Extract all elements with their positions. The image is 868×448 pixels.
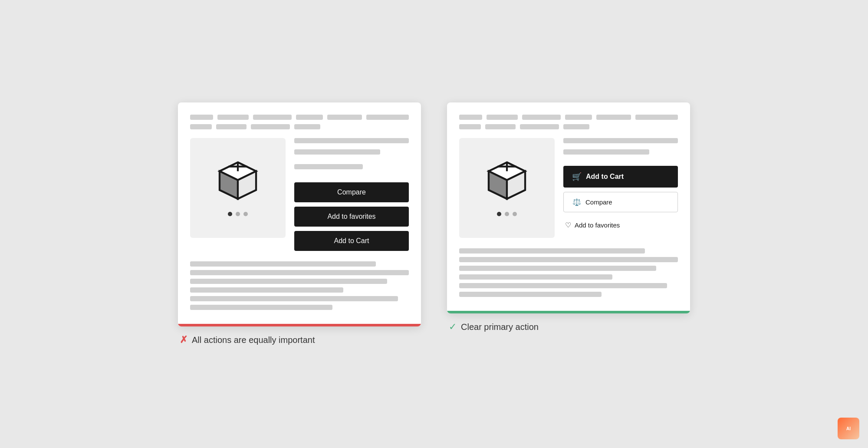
product-box-icon-2 [481,155,533,207]
cart-icon: 🛒 [572,172,582,181]
add-to-cart-button[interactable]: Add to Cart [294,231,409,251]
nav-skeleton [522,115,561,120]
main-container: Compare Add to favorites Add to Cart [152,76,716,372]
body-skeleton [459,257,678,262]
bad-panel-bar [178,324,421,326]
nav-skeleton [216,124,247,129]
bad-caption: ✗ All actions are equally important [178,334,421,346]
bad-nav-area [190,115,409,129]
good-dot-1 [497,212,501,216]
nav-skeleton [485,124,516,129]
nav-skeleton [563,124,589,129]
compare-button[interactable]: Compare [294,182,409,202]
nav-skeleton [487,115,517,120]
bad-carousel-dots [228,212,248,216]
body-skeleton [190,279,387,284]
detail-skeleton [563,149,649,155]
nav-skeleton [327,115,362,120]
body-skeleton [190,305,332,310]
primary-add-to-cart-button[interactable]: 🛒 Add to Cart [563,166,678,188]
product-box-icon [212,155,264,207]
good-bottom-lines [459,248,678,297]
bad-bottom-lines [190,261,409,310]
dot-2 [236,212,240,216]
detail-skeleton [294,138,409,143]
good-dot-2 [505,212,509,216]
good-caption-text: Clear primary action [461,322,539,332]
nav-skeleton [459,124,481,129]
good-product-image [459,138,555,238]
watermark: AI [838,418,859,439]
bad-caption-text: All actions are equally important [192,335,315,345]
bad-product-image [190,138,286,238]
detail-skeleton [563,138,678,143]
nav-skeleton [190,124,212,129]
body-skeleton [190,270,409,275]
body-skeleton [190,296,398,301]
nav-skeleton [596,115,631,120]
good-panel-bar [447,311,690,313]
good-panel-wrapper: 🛒 Add to Cart ⚖️ Compare ♡ Add to favori… [447,102,690,333]
bad-product-details: Compare Add to favorites Add to Cart [294,138,409,251]
bad-buttons-group: Compare Add to favorites Add to Cart [294,182,409,251]
nav-skeleton [366,115,409,120]
add-to-favorites-button[interactable]: Add to favorites [294,207,409,227]
nav-skeleton [217,115,248,120]
text-button-label: Add to favorites [575,221,620,229]
nav-skeleton [190,115,213,120]
good-product-details: 🛒 Add to Cart ⚖️ Compare ♡ Add to favori… [563,138,678,238]
body-skeleton [190,287,343,293]
nav-skeleton [459,115,482,120]
good-dot-3 [513,212,517,216]
bad-panel-wrapper: Compare Add to favorites Add to Cart [178,102,421,346]
good-product-area: 🛒 Add to Cart ⚖️ Compare ♡ Add to favori… [459,138,678,238]
body-skeleton [459,266,656,271]
body-skeleton [459,248,645,254]
secondary-button-label: Compare [585,198,612,206]
primary-button-label: Add to Cart [586,173,624,181]
nav-skeleton [251,124,290,129]
body-skeleton [459,283,667,288]
bad-panel: Compare Add to favorites Add to Cart [178,102,421,326]
nav-skeleton [565,115,592,120]
body-skeleton [190,261,376,267]
secondary-compare-button[interactable]: ⚖️ Compare [563,192,678,212]
body-skeleton [459,274,612,280]
body-skeleton [459,292,602,297]
dot-3 [243,212,248,216]
nav-skeleton [294,124,320,129]
nav-skeleton [520,124,559,129]
text-favorites-button[interactable]: ♡ Add to favorites [563,217,678,234]
heart-icon: ♡ [565,221,571,229]
nav-skeleton [296,115,323,120]
scale-icon: ⚖️ [572,198,581,206]
nav-skeleton [635,115,678,120]
good-caption: ✓ Clear primary action [447,321,690,333]
detail-skeleton [294,164,363,169]
bad-product-area: Compare Add to favorites Add to Cart [190,138,409,251]
good-icon: ✓ [449,321,457,333]
nav-skeleton [253,115,292,120]
good-buttons-group: 🛒 Add to Cart ⚖️ Compare ♡ Add to favori… [563,166,678,234]
good-carousel-dots [497,212,517,216]
detail-skeleton [294,149,380,155]
bad-icon: ✗ [180,334,187,346]
dot-1 [228,212,232,216]
good-panel: 🛒 Add to Cart ⚖️ Compare ♡ Add to favori… [447,102,690,313]
good-nav-area [459,115,678,129]
